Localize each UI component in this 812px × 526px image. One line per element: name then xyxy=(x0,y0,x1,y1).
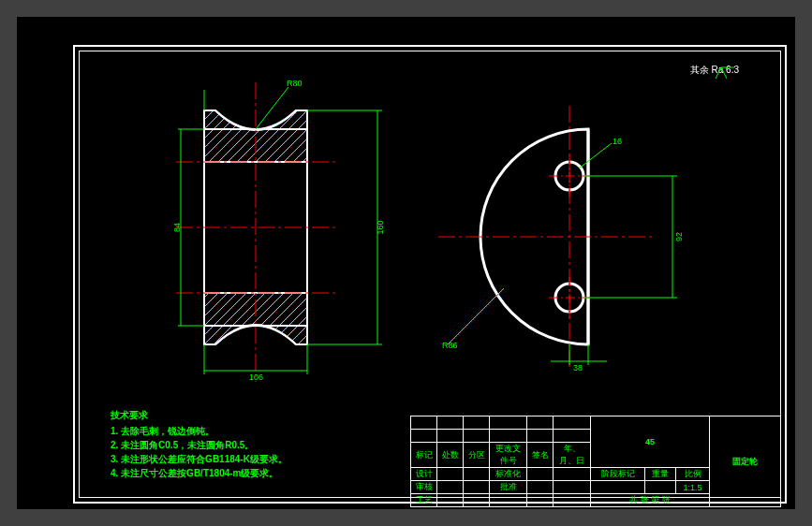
hdr-proc: 工艺 xyxy=(411,494,437,507)
hdr-qty: 处数 xyxy=(437,443,464,468)
svg-line-29 xyxy=(448,288,504,344)
notes-title: 技术要求 xyxy=(111,408,288,422)
note-line-4: 4. 未注尺寸公差按GB/T1804-m级要求。 xyxy=(111,466,288,480)
scale-value: 1:1.5 xyxy=(676,481,710,494)
hdr-std: 标准化 xyxy=(490,468,527,481)
title-block: 45 固定轮 标记 处数 分区 更改文件号 签名 年、月、日 设计 标准化 阶段… xyxy=(410,416,781,498)
svg-line-28 xyxy=(579,143,612,168)
hdr-appr: 批准 xyxy=(490,481,527,494)
dim-right-side: 92 xyxy=(674,232,684,241)
material-cell: 45 xyxy=(591,416,710,468)
hdr-mark: 标记 xyxy=(411,443,437,468)
hdr-weight: 重量 xyxy=(645,468,676,481)
surface-prefix: 其余 xyxy=(690,65,709,75)
dim-r-top: R80 xyxy=(287,79,303,88)
dim-left-bottom: 106 xyxy=(249,373,263,382)
dim-right-lead: R86 xyxy=(442,341,458,350)
hdr-doc: 更改文件号 xyxy=(490,443,527,468)
note-line-2: 2. 未注圆角C0.5，未注圆角R0.5。 xyxy=(111,438,288,452)
dim-right-bottom: 38 xyxy=(573,363,583,373)
left-view xyxy=(148,73,391,391)
hdr-sheet: 共 张 第 张 xyxy=(591,494,710,507)
technical-notes: 技术要求 1. 去除毛刺，锐边倒钝。 2. 未注圆角C0.5，未注圆角R0.5。… xyxy=(111,408,288,480)
hdr-check: 审核 xyxy=(411,481,437,494)
note-line-1: 1. 去除毛刺，锐边倒钝。 xyxy=(111,424,288,438)
hdr-stage: 阶段标记 xyxy=(591,468,645,481)
hdr-zone: 分区 xyxy=(464,443,490,468)
dim-left-v2: 160 xyxy=(376,220,385,234)
hdr-scale: 比例 xyxy=(676,468,710,481)
part-name-cell: 固定轮 xyxy=(710,416,781,507)
hdr-date: 年、月、日 xyxy=(554,443,591,468)
hdr-sign: 签名 xyxy=(527,443,554,468)
cad-canvas: 其余 Ra 6.3 R80 84 160 106 16 92 38 R86 技术… xyxy=(17,17,795,509)
hdr-design: 设计 xyxy=(411,468,437,481)
surface-finish: 其余 Ra 6.3 xyxy=(690,64,739,77)
note-line-3: 3. 未注形状公差应符合GB1184-K级要求。 xyxy=(111,452,288,466)
dim-left-v1: 84 xyxy=(172,223,182,232)
dim-right-top: 16 xyxy=(613,137,622,146)
